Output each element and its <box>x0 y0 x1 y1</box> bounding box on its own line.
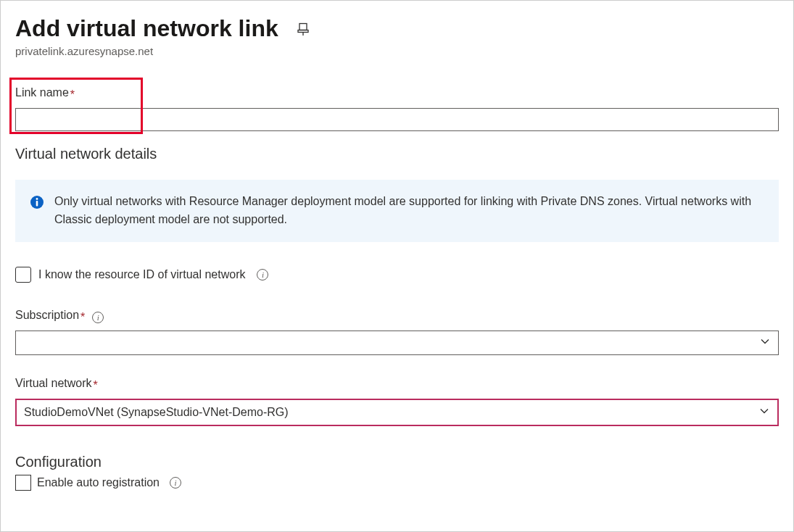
page-title: Add virtual network link <box>15 15 278 42</box>
subscription-field: Subscription * i <box>15 309 779 355</box>
know-resource-id-label: I know the resource ID of virtual networ… <box>38 268 245 281</box>
info-banner: Only virtual networks with Resource Mana… <box>15 180 779 242</box>
auto-registration-row: Enable auto registration i <box>15 475 779 491</box>
info-tooltip-icon[interactable]: i <box>92 312 104 323</box>
auto-registration-checkbox[interactable] <box>15 475 31 491</box>
page-subtitle: privatelink.azuresynapse.net <box>15 45 779 57</box>
chevron-down-icon <box>758 405 770 420</box>
svg-rect-5 <box>36 201 38 207</box>
info-tooltip-icon[interactable]: i <box>257 269 268 280</box>
required-asterisk: * <box>70 88 75 101</box>
link-name-label: Link name <box>15 86 69 99</box>
link-name-field: Link name * <box>15 86 779 131</box>
link-name-input[interactable] <box>15 108 779 131</box>
info-tooltip-icon[interactable]: i <box>170 477 181 489</box>
virtual-network-field: Virtual network * StudioDemoVNet (Synaps… <box>15 377 779 426</box>
know-resource-id-row: I know the resource ID of virtual networ… <box>15 267 779 283</box>
required-asterisk: * <box>80 311 85 324</box>
configuration-heading: Configuration <box>15 454 779 470</box>
auto-registration-label: Enable auto registration <box>37 476 160 489</box>
svg-rect-1 <box>298 30 308 32</box>
subscription-select[interactable] <box>15 331 779 355</box>
svg-point-4 <box>36 198 38 200</box>
pin-icon[interactable] <box>296 22 310 36</box>
virtual-network-select[interactable]: StudioDemoVNet (SynapseStudio-VNet-Demo-… <box>15 399 779 426</box>
page-header: Add virtual network link privatelink.azu… <box>15 15 779 57</box>
required-asterisk: * <box>94 379 98 392</box>
virtual-network-label: Virtual network <box>15 377 92 390</box>
svg-rect-0 <box>299 23 307 30</box>
subscription-label: Subscription <box>15 309 79 322</box>
chevron-down-icon <box>759 336 771 350</box>
virtual-network-value: StudioDemoVNet (SynapseStudio-VNet-Demo-… <box>24 406 289 419</box>
know-resource-id-checkbox[interactable] <box>15 267 31 283</box>
info-icon <box>30 195 44 209</box>
vnet-details-heading: Virtual network details <box>15 146 779 162</box>
info-text: Only virtual networks with Resource Mana… <box>54 193 764 229</box>
